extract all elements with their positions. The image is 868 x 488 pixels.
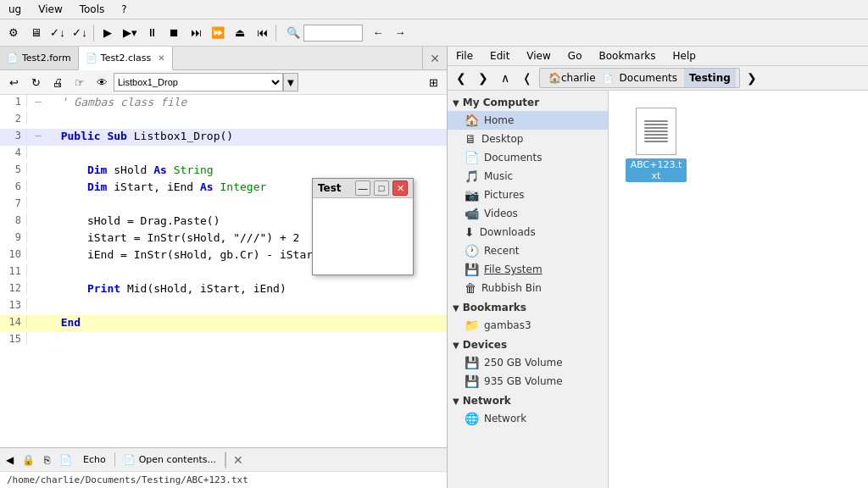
editor-cursor-button[interactable]: ☞ <box>70 72 90 92</box>
network-arrow-icon: ▼ <box>453 396 459 406</box>
file-abc123[interactable]: ABC+123.txt <box>622 104 690 186</box>
editor-eye-button[interactable]: 👁 <box>92 72 112 92</box>
check-down2-button[interactable]: ✓↓ <box>70 23 90 43</box>
function-selector[interactable]: Listbox1_Drop <box>114 73 283 92</box>
tab-class-label: Test2.class <box>101 53 151 64</box>
fm-menu-file[interactable]: File <box>451 48 478 64</box>
tree-item-desktop[interactable]: 🖥 Desktop <box>448 130 608 148</box>
tree-item-videos[interactable]: 📹 Videos <box>448 204 608 223</box>
tree-item-downloads[interactable]: ⬇ Downloads <box>448 223 608 241</box>
desktop-icon: 🖥 <box>465 132 476 146</box>
status-tab-echo[interactable]: Echo <box>75 452 115 467</box>
line-marker-9 <box>32 230 44 231</box>
fm-menu-view[interactable]: View <box>521 48 555 64</box>
editor-refresh-button[interactable]: ↻ <box>25 72 46 92</box>
tab-close-button[interactable]: ✕ <box>158 53 164 63</box>
status-copy-icon[interactable]: ⎘ <box>37 451 56 469</box>
fm-up-button[interactable]: ∧ <box>495 68 515 88</box>
code-line-1: 1 — ' Gambas class file <box>0 95 447 112</box>
status-lock-icon[interactable]: 🔒 <box>19 451 37 469</box>
play-button[interactable]: ▶ <box>97 23 118 43</box>
editor-print-button[interactable]: 🖨 <box>47 72 68 92</box>
menu-ug[interactable]: ug <box>3 2 26 17</box>
menu-help[interactable]: ? <box>116 2 131 17</box>
line-num-12: 12 <box>0 281 27 294</box>
nav-forward-button[interactable]: → <box>390 23 410 43</box>
tab-test2-class[interactable]: 📄 Test2.class ✕ <box>79 47 173 70</box>
breadcrumb-testing[interactable]: Testing <box>684 69 736 87</box>
breadcrumb-documents-label: Documents <box>620 72 677 84</box>
dialog-close-button[interactable]: ✕ <box>392 180 408 196</box>
tree-item-250gb[interactable]: 💾 250 GB Volume <box>448 353 608 372</box>
main-toolbar: ⚙ 🖥 ✓↓ ✓↓ ▶ ▶▾ ⏸ ⏹ ⏭ ⏩ ⏏ ⏮ 🔍 ← → <box>0 19 868 47</box>
code-line-5: 5 Dim sHold As String <box>0 163 447 180</box>
menu-bar: ug View Tools ? <box>0 0 868 19</box>
play-drop-button[interactable]: ▶▾ <box>120 23 140 43</box>
menu-view[interactable]: View <box>33 2 67 17</box>
fm-forward-button[interactable]: ❯ <box>473 68 493 88</box>
editor-close-button[interactable]: ✕ <box>422 47 447 69</box>
status-nav-back[interactable]: ◀ <box>0 451 19 469</box>
fm-menu-go[interactable]: Go <box>563 48 587 64</box>
breadcrumb-charlie-label: charlie <box>561 72 596 84</box>
tree-section-devices-header[interactable]: ▼ Devices <box>448 336 608 353</box>
250gb-label: 250 GB Volume <box>484 357 563 369</box>
fm-left-arrow-button[interactable]: ❬ <box>517 68 537 88</box>
fast-forward-button[interactable]: ⏩ <box>208 23 228 43</box>
line-marker-14 <box>32 315 44 316</box>
tree-item-filesystem[interactable]: 💾 File System <box>448 260 608 279</box>
rubbish-icon: 🗑 <box>465 281 476 295</box>
combo-arrow-icon[interactable]: ▼ <box>283 73 298 92</box>
dialog-maximize-button[interactable]: □ <box>374 180 389 196</box>
status-close-button[interactable]: ✕ <box>225 452 250 469</box>
tree-item-recent[interactable]: 🕐 Recent <box>448 241 608 260</box>
eject-button[interactable]: ⏏ <box>230 23 250 43</box>
tree-item-network[interactable]: 🌐 Network <box>448 409 608 428</box>
file-icon-lines <box>641 117 671 146</box>
menu-tools[interactable]: Tools <box>75 2 110 17</box>
step-into-button[interactable]: ⏮ <box>252 23 272 43</box>
fm-menu-edit[interactable]: Edit <box>485 48 515 64</box>
screen-button[interactable]: 🖥 <box>25 23 46 43</box>
line-marker-10 <box>32 247 44 248</box>
tab-test2-form[interactable]: 📄 Test2.form <box>0 47 79 69</box>
status-nav-btns: ◀ 🔒 ⎘ 📄 <box>0 451 75 469</box>
tab-form-label: Test2.form <box>22 53 71 64</box>
editor-back-button[interactable]: ↩ <box>3 72 24 92</box>
step-over-button[interactable]: ⏭ <box>186 23 206 43</box>
tree-item-rubbish[interactable]: 🗑 Rubbish Bin <box>448 279 608 297</box>
breadcrumb-charlie[interactable]: 🏠 charlie <box>543 69 601 87</box>
tree-item-gambas3[interactable]: 📁 gambas3 <box>448 316 608 335</box>
line-num-14: 14 <box>0 315 27 328</box>
dialog-minimize-button[interactable]: — <box>355 180 370 196</box>
tree-section-bookmarks-header[interactable]: ▼ Bookmarks <box>448 299 608 316</box>
line-num-6: 6 <box>0 180 27 192</box>
tree-item-935gb[interactable]: 💾 935 GB Volume <box>448 372 608 391</box>
nav-back-button[interactable]: ← <box>368 23 388 43</box>
status-tab-open-contents[interactable]: 📄 Open contents... <box>115 452 225 467</box>
search-icon[interactable]: 🔍 <box>283 23 303 43</box>
tree-item-documents[interactable]: 📄 Documents <box>448 148 608 167</box>
tree-section-network: ▼ Network 🌐 Network <box>448 392 608 428</box>
fm-menu-help[interactable]: Help <box>668 48 701 64</box>
check-down-button[interactable]: ✓↓ <box>47 23 68 43</box>
breadcrumb-documents[interactable]: Documents <box>615 69 682 87</box>
stop-button[interactable]: ⏹ <box>164 23 184 43</box>
tree-section-network-header[interactable]: ▼ Network <box>448 392 608 409</box>
fm-menu-bookmarks[interactable]: Bookmarks <box>593 48 660 64</box>
tree-item-music[interactable]: 🎵 Music <box>448 167 608 186</box>
tree-item-pictures[interactable]: 📷 Pictures <box>448 186 608 204</box>
tree-section-mycomputer-header[interactable]: ▼ My Computer <box>448 94 608 111</box>
mycomputer-arrow-icon: ▼ <box>453 98 459 108</box>
editor-extra-button[interactable]: ⊞ <box>423 72 443 92</box>
fm-back-button[interactable]: ❮ <box>451 68 471 88</box>
search-input[interactable] <box>303 25 363 42</box>
fm-more-button[interactable]: ❯ <box>742 68 762 88</box>
line-num-7: 7 <box>0 197 27 209</box>
gear-button[interactable]: ⚙ <box>3 23 24 43</box>
status-doc-icon[interactable]: 📄 <box>56 451 75 469</box>
tree-item-home[interactable]: 🏠 Home <box>448 111 608 130</box>
fm-files-view[interactable]: ABC+123.txt <box>609 91 868 488</box>
line-content-10: iEnd = InStr(sHold, gb.Cr) - iStart <box>44 247 323 262</box>
pause-button[interactable]: ⏸ <box>142 23 162 43</box>
